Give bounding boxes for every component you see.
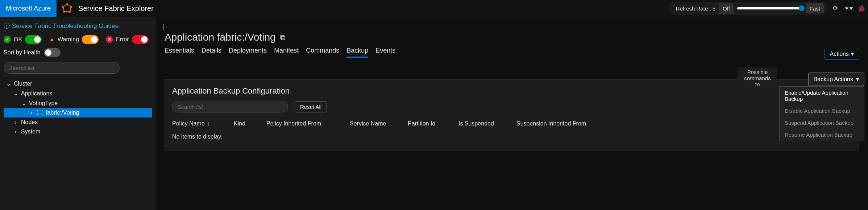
tree-label: fabric:/Voting: [46, 110, 79, 116]
tree-label: System: [21, 128, 40, 135]
caret-down-icon: ▾: [856, 76, 859, 83]
expand-icon: ⛶: [37, 110, 43, 116]
top-bar: Microsoft Azure Service Fabric Explorer …: [0, 0, 868, 17]
tab-details[interactable]: Details: [202, 47, 221, 58]
actions-button[interactable]: Actions ▾: [825, 48, 859, 60]
chevron-right-icon: ›: [13, 128, 18, 135]
actions-label: Actions: [830, 51, 849, 57]
back-arrow-icon[interactable]: |←: [162, 23, 859, 31]
sort-label: Sort by Health: [4, 49, 40, 56]
tree-label: Nodes: [21, 119, 38, 125]
status-filters: ✔ OK ▲ Warning ✖ Error: [4, 35, 152, 44]
col-service-name[interactable]: Service Name: [350, 120, 408, 127]
commands-tooltip: Possible commands to: [738, 67, 777, 89]
tree-label: Applications: [21, 90, 52, 97]
sort-down-icon: ↓: [207, 120, 210, 127]
sf-logo-icon: [62, 3, 72, 14]
ok-icon: ✔: [4, 36, 11, 43]
refresh-fast-button[interactable]: Fast: [806, 3, 824, 13]
dd-suspend-backup[interactable]: Suspend Application Backup: [780, 117, 864, 129]
error-toggle[interactable]: [132, 35, 149, 44]
sidebar: ⓘ Service Fabric Troubleshooting Guides …: [0, 17, 156, 210]
panel-search-input[interactable]: [172, 101, 288, 112]
app-title: Service Fabric Explorer: [78, 4, 154, 13]
chevron-down-icon: ⌄: [6, 80, 11, 87]
troubleshoot-label: Service Fabric Troubleshooting Guides: [12, 22, 118, 30]
chevron-down-icon: ⌄: [21, 100, 26, 107]
tree-applications[interactable]: ⌄Applications: [4, 88, 152, 98]
col-kind[interactable]: Kind: [234, 120, 266, 127]
sidebar-search-input[interactable]: [4, 62, 120, 74]
copy-icon[interactable]: ⧉: [280, 33, 285, 42]
tree-cluster[interactable]: ⌄Cluster: [4, 79, 152, 88]
warning-label: Warning: [58, 36, 79, 43]
col-policy-name[interactable]: Policy Name ↓: [172, 120, 234, 127]
reset-all-button[interactable]: Reset All: [295, 101, 327, 112]
sort-by-health[interactable]: Sort by Health: [4, 48, 152, 57]
settings-icon[interactable]: ✶▾: [842, 2, 855, 15]
tab-essentials[interactable]: Essentials: [165, 47, 194, 58]
caret-down-icon: ▾: [851, 50, 854, 57]
bug-icon[interactable]: 🐞: [855, 2, 868, 15]
tree-nodes[interactable]: ›Nodes: [4, 118, 152, 127]
title-prefix: Application: [165, 32, 214, 43]
filter-warning[interactable]: ▲ Warning: [49, 35, 99, 44]
slider-knob[interactable]: [799, 5, 805, 11]
backup-actions-label: Backup Actions: [814, 76, 853, 83]
refresh-controls: Refresh Rate : 5 Off Fast: [670, 2, 826, 15]
tree-system[interactable]: ›System: [4, 127, 152, 136]
chevron-right-icon: ›: [29, 110, 34, 116]
chevron-down-icon: ⌄: [13, 90, 18, 97]
backup-actions-dropdown: Enable/Update Application Backup Disable…: [779, 86, 864, 141]
page-title: Application fabric:/Voting ⧉: [165, 32, 859, 43]
filter-error[interactable]: ✖ Error: [106, 35, 149, 44]
error-label: Error: [116, 36, 129, 43]
dd-disable-backup[interactable]: Disable Application Backup: [780, 105, 864, 117]
warning-icon: ▲: [49, 36, 55, 43]
ok-label: OK: [14, 36, 22, 43]
tab-backup[interactable]: Backup: [346, 47, 368, 58]
backup-actions-button[interactable]: Backup Actions ▾: [808, 73, 864, 86]
dd-resume-backup[interactable]: Resume Application Backup: [780, 129, 864, 141]
tree-votingtype[interactable]: ⌄VotingType: [4, 98, 152, 108]
filter-ok[interactable]: ✔ OK: [4, 35, 42, 44]
main-content: |← Application fabric:/Voting ⧉ Essentia…: [156, 17, 868, 210]
tree-voting-selected[interactable]: › ⛶ fabric:/Voting: [4, 108, 152, 118]
warning-toggle[interactable]: [82, 35, 99, 44]
refresh-rate-label: Refresh Rate : 5: [672, 5, 719, 12]
chevron-right-icon: ›: [13, 119, 18, 125]
col-policy-inherited[interactable]: Policy Inherited From: [266, 120, 350, 127]
col-is-suspended[interactable]: Is Suspended: [458, 120, 516, 127]
table-header: Policy Name ↓ Kind Policy Inherited From…: [172, 120, 852, 127]
troubleshoot-link[interactable]: ⓘ Service Fabric Troubleshooting Guides: [4, 22, 152, 30]
title-value: fabric:/Voting: [217, 32, 276, 43]
backup-config-panel: Application Backup Configuration Reset A…: [165, 79, 859, 151]
info-icon: ⓘ: [4, 22, 10, 30]
col-label: Policy Name: [172, 120, 205, 127]
tab-deployments[interactable]: Deployments: [229, 47, 267, 58]
ok-toggle[interactable]: [25, 35, 42, 44]
refresh-slider[interactable]: [737, 7, 802, 9]
empty-message: No items to display.: [172, 133, 852, 140]
col-suspension-inherited[interactable]: Suspension Inherited From: [516, 120, 596, 127]
col-partition-id[interactable]: Partition Id: [408, 120, 458, 127]
tab-commands[interactable]: Commands: [306, 47, 339, 58]
refresh-icon[interactable]: ⟳: [829, 2, 842, 15]
tab-events[interactable]: Events: [375, 47, 395, 58]
sort-toggle[interactable]: [44, 48, 61, 57]
tree-label: Cluster: [14, 81, 32, 87]
error-icon: ✖: [106, 36, 113, 43]
dd-enable-backup[interactable]: Enable/Update Application Backup: [780, 87, 864, 105]
refresh-off-button[interactable]: Off: [719, 3, 734, 14]
azure-brand[interactable]: Microsoft Azure: [0, 0, 57, 17]
cluster-tree: ⌄Cluster ⌄Applications ⌄VotingType › ⛶ f…: [4, 79, 152, 136]
tabs: Essentials Details Deployments Manifest …: [165, 47, 859, 58]
tree-label: VotingType: [29, 100, 58, 107]
tab-manifest[interactable]: Manifest: [274, 47, 299, 58]
